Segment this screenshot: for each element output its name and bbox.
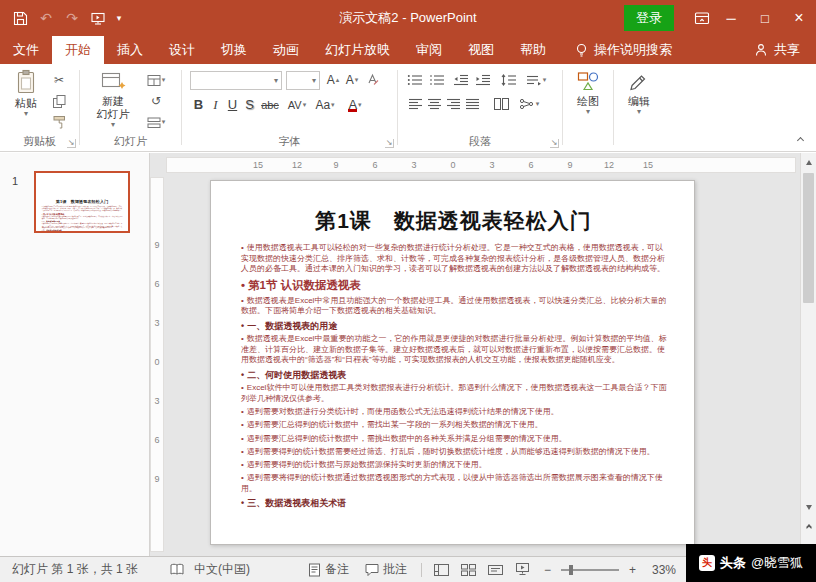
proofing-icon[interactable]	[166, 563, 188, 576]
layout-icon[interactable]: ▾	[144, 71, 168, 89]
language-indicator[interactable]: 中文(中国)	[188, 561, 256, 578]
vertical-ruler: 9 6 3 0 3 6 9	[150, 177, 164, 552]
slide-editor: 15 12 9 6 3 0 3 6 9 12 15 9 6 3 0 3 6 9	[150, 153, 800, 556]
shrink-font-button[interactable]: A▾	[343, 70, 361, 89]
start-slideshow-icon[interactable]	[86, 5, 110, 31]
justify-icon[interactable]	[461, 94, 483, 113]
normal-view-button[interactable]	[430, 564, 453, 576]
italic-button[interactable]: I	[207, 95, 224, 114]
underline-button[interactable]: U	[224, 95, 241, 114]
drawing-menu-button[interactable]: 绘图 ▾	[566, 69, 610, 116]
slide-title[interactable]: 第1课 数据透视表轻松入门	[211, 207, 695, 235]
paragraph-dialog-launcher[interactable]: ↘	[550, 139, 559, 148]
slide-body-placeholder[interactable]: 使用数据透视表工具可以轻松的对一些复杂的数据进行统计分析处理。它是一种交互式的表…	[42, 206, 124, 233]
redo-icon[interactable]: ↷	[60, 5, 84, 31]
font-size-combo[interactable]: ▾	[286, 71, 320, 90]
line-spacing-icon[interactable]	[498, 70, 520, 89]
reading-view-button[interactable]	[484, 564, 507, 576]
character-spacing-button[interactable]: AV▾	[284, 95, 310, 114]
tab-transitions[interactable]: 切换	[208, 36, 260, 64]
slide-sorter-view-button[interactable]	[457, 564, 480, 576]
ribbon-display-options-icon[interactable]	[690, 5, 714, 31]
titlebar: ↶ ↷ ▾ 演示文稿2 - PowerPoint 登录 ─ □ ×	[0, 0, 816, 36]
chevron-down-icon: ▾	[637, 108, 641, 116]
strikethrough-button[interactable]: abc	[258, 95, 282, 114]
font-name-combo[interactable]: ▾	[190, 71, 282, 90]
titlebar-controls: 登录 ─ □ ×	[624, 0, 816, 36]
zoom-out-button[interactable]: −	[538, 563, 557, 577]
tab-review[interactable]: 审阅	[403, 36, 455, 64]
increase-indent-icon[interactable]	[472, 70, 494, 89]
clear-formatting-button[interactable]	[363, 70, 381, 89]
vertical-scrollbar[interactable]	[800, 153, 816, 556]
tab-slideshow[interactable]: 幻灯片放映	[312, 36, 403, 64]
thumbnail-scale: 第1课 数据透视表轻松入门 使用数据透视表工具可以轻松的对一些复杂的数据进行统计…	[36, 199, 128, 233]
slide-thumbnail[interactable]: 第1课 数据透视表轻松入门 使用数据透视表工具可以轻松的对一些复杂的数据进行统计…	[34, 171, 130, 233]
font-dialog-launcher[interactable]: ↘	[385, 139, 394, 148]
tab-home[interactable]: 开始	[52, 36, 104, 64]
zoom-slider-thumb[interactable]	[569, 565, 573, 575]
slide-body-placeholder[interactable]: 使用数据透视表工具可以轻松的对一些复杂的数据进行统计分析处理。它是一种交互式的表…	[241, 243, 670, 509]
section-icon[interactable]: ▾	[144, 113, 168, 131]
paste-button[interactable]: 粘贴 ▾	[4, 69, 48, 118]
tab-animations[interactable]: 动画	[260, 36, 312, 64]
scroll-down-button[interactable]	[801, 498, 816, 516]
zoom-slider[interactable]	[561, 564, 619, 576]
collapse-ribbon-button[interactable]	[792, 134, 808, 146]
tell-me-search[interactable]: 操作说明搜索	[575, 36, 672, 64]
zoom-in-button[interactable]: +	[623, 563, 642, 577]
slide-title[interactable]: 第1课 数据透视表轻松入门	[36, 199, 128, 204]
tab-design[interactable]: 设计	[156, 36, 208, 64]
slide-subheading: 一、数据透视表的用途	[241, 320, 670, 332]
lightbulb-icon	[575, 43, 588, 58]
sign-in-button[interactable]: 登录	[624, 5, 674, 31]
grow-font-button[interactable]: A▴	[324, 70, 342, 89]
reset-icon[interactable]: ↺	[144, 92, 168, 110]
text-direction-icon[interactable]: ▾	[522, 70, 550, 89]
decrease-indent-icon[interactable]	[450, 70, 472, 89]
zoom-level[interactable]: 33%	[646, 563, 682, 577]
clipboard-dialog-launcher[interactable]: ↘	[67, 139, 76, 148]
slide-paragraph: 数据透视表是Excel中最重要的功能之一，它的作用就是更便捷的对数据进行批量分析…	[42, 223, 124, 229]
comments-toggle[interactable]: 批注	[359, 561, 413, 578]
toutiao-logo-icon: 头	[699, 555, 715, 571]
scrollbar-thumb[interactable]	[803, 173, 814, 303]
slide-number: 1	[12, 175, 18, 187]
previous-slide-button[interactable]	[801, 518, 816, 536]
qat-customize-icon[interactable]: ▾	[112, 5, 126, 31]
slide-indicator[interactable]: 幻灯片 第 1 张，共 1 张	[6, 561, 144, 578]
minimize-button[interactable]: ─	[714, 0, 748, 36]
bold-button[interactable]: B	[190, 95, 207, 114]
text-shadow-button[interactable]: S	[241, 95, 258, 114]
tab-insert[interactable]: 插入	[104, 36, 156, 64]
slide-section-heading: 第1节 认识数据透视表	[241, 278, 670, 293]
slide-paragraph: 使用数据透视表工具可以轻松的对一些复杂的数据进行统计分析处理。它是一种交互式的表…	[241, 243, 670, 275]
numbering-icon[interactable]	[426, 70, 448, 89]
maximize-button[interactable]: □	[748, 0, 782, 36]
cut-icon[interactable]: ✂	[47, 71, 71, 89]
ribbon: 粘贴 ▾ ✂ 剪贴板 ↘ 新建 幻灯片	[0, 64, 816, 152]
tab-file[interactable]: 文件	[0, 36, 52, 64]
close-button[interactable]: ×	[782, 0, 816, 36]
convert-smartart-icon[interactable]: ▾	[514, 94, 544, 113]
bullets-icon[interactable]	[404, 70, 426, 89]
clipboard-small-buttons: ✂	[47, 71, 71, 131]
columns-icon[interactable]	[490, 94, 512, 113]
slide-list-item: 遇到需要得到的统计数据需要经过筛选、打乱后，随时切换数据统计维度，从而能够迅速得…	[241, 447, 670, 458]
tab-help[interactable]: 帮助	[507, 36, 559, 64]
slide-canvas[interactable]: 第1课 数据透视表轻松入门 使用数据透视表工具可以轻松的对一些复杂的数据进行统计…	[210, 180, 695, 545]
copy-icon[interactable]	[47, 92, 71, 110]
new-slide-button[interactable]: 新建 幻灯片 ▾	[88, 69, 138, 129]
editing-menu-button[interactable]: 编辑 ▾	[617, 69, 661, 116]
undo-icon[interactable]: ↶	[34, 5, 58, 31]
scroll-up-button[interactable]	[801, 153, 816, 171]
notes-toggle[interactable]: 备注	[302, 561, 355, 578]
slideshow-view-button[interactable]	[511, 563, 534, 576]
save-icon[interactable]	[8, 5, 32, 31]
font-color-button[interactable]: A▾	[342, 95, 368, 114]
share-button[interactable]: 共享	[754, 36, 816, 64]
slide-paragraph: 使用数据透视表工具可以轻松的对一些复杂的数据进行统计分析处理。它是一种交互式的表…	[42, 206, 124, 212]
tab-view[interactable]: 视图	[455, 36, 507, 64]
format-painter-icon[interactable]	[47, 113, 71, 131]
change-case-button[interactable]: Aa▾	[312, 95, 338, 114]
